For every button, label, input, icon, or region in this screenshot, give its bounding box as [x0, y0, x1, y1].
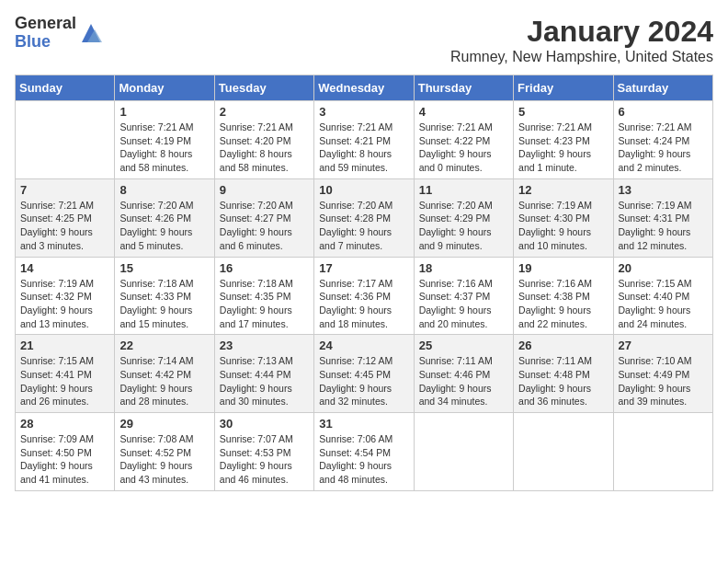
day-info: Sunrise: 7:15 AM Sunset: 4:40 PM Dayligh… — [619, 277, 708, 331]
day-number: 20 — [619, 261, 708, 275]
weekday-header-sunday: Sunday — [16, 75, 115, 101]
week-row-5: 28Sunrise: 7:09 AM Sunset: 4:50 PM Dayli… — [16, 413, 713, 491]
calendar-cell: 28Sunrise: 7:09 AM Sunset: 4:50 PM Dayli… — [16, 413, 115, 491]
calendar-cell: 18Sunrise: 7:16 AM Sunset: 4:37 PM Dayli… — [414, 257, 513, 335]
calendar-cell: 29Sunrise: 7:08 AM Sunset: 4:52 PM Dayli… — [115, 413, 214, 491]
day-info: Sunrise: 7:12 AM Sunset: 4:45 PM Dayligh… — [319, 354, 408, 408]
calendar-cell: 26Sunrise: 7:11 AM Sunset: 4:48 PM Dayli… — [514, 335, 613, 413]
day-info: Sunrise: 7:17 AM Sunset: 4:36 PM Dayligh… — [319, 277, 408, 331]
calendar-cell: 7Sunrise: 7:21 AM Sunset: 4:25 PM Daylig… — [16, 178, 115, 257]
day-info: Sunrise: 7:15 AM Sunset: 4:41 PM Dayligh… — [20, 354, 109, 408]
weekday-header-row: SundayMondayTuesdayWednesdayThursdayFrid… — [16, 75, 713, 101]
day-number: 16 — [220, 261, 309, 275]
day-number: 15 — [119, 261, 209, 275]
day-number: 8 — [119, 183, 209, 197]
calendar-cell: 2Sunrise: 7:21 AM Sunset: 4:20 PM Daylig… — [214, 101, 313, 179]
calendar-cell: 25Sunrise: 7:11 AM Sunset: 4:46 PM Dayli… — [414, 335, 513, 413]
day-number: 14 — [20, 261, 109, 275]
day-number: 29 — [119, 417, 209, 431]
day-info: Sunrise: 7:07 AM Sunset: 4:53 PM Dayligh… — [220, 432, 309, 487]
weekday-header-monday: Monday — [115, 75, 214, 101]
week-row-1: 1Sunrise: 7:21 AM Sunset: 4:19 PM Daylig… — [16, 101, 713, 179]
week-row-2: 7Sunrise: 7:21 AM Sunset: 4:25 PM Daylig… — [16, 178, 713, 257]
day-info: Sunrise: 7:20 AM Sunset: 4:28 PM Dayligh… — [319, 199, 408, 253]
calendar-cell: 19Sunrise: 7:16 AM Sunset: 4:38 PM Dayli… — [514, 257, 613, 335]
day-info: Sunrise: 7:19 AM Sunset: 4:31 PM Dayligh… — [619, 199, 708, 253]
day-number: 31 — [319, 417, 408, 431]
calendar-cell: 5Sunrise: 7:21 AM Sunset: 4:23 PM Daylig… — [514, 101, 613, 179]
day-info: Sunrise: 7:08 AM Sunset: 4:52 PM Dayligh… — [119, 432, 209, 487]
day-number: 17 — [319, 261, 408, 275]
day-info: Sunrise: 7:14 AM Sunset: 4:42 PM Dayligh… — [119, 354, 209, 408]
day-number: 10 — [319, 183, 408, 197]
page-header: General Blue January 2024 Rumney, New Ha… — [15, 15, 713, 65]
calendar-cell — [414, 413, 513, 491]
calendar-cell: 31Sunrise: 7:06 AM Sunset: 4:54 PM Dayli… — [314, 413, 414, 491]
calendar-cell: 16Sunrise: 7:18 AM Sunset: 4:35 PM Dayli… — [214, 257, 313, 335]
calendar-table: SundayMondayTuesdayWednesdayThursdayFrid… — [15, 75, 713, 491]
logo-general-text: General — [15, 15, 76, 33]
calendar-cell: 17Sunrise: 7:17 AM Sunset: 4:36 PM Dayli… — [314, 257, 414, 335]
day-info: Sunrise: 7:16 AM Sunset: 4:38 PM Dayligh… — [518, 277, 608, 331]
day-info: Sunrise: 7:13 AM Sunset: 4:44 PM Dayligh… — [220, 354, 309, 408]
day-number: 11 — [419, 183, 508, 197]
day-info: Sunrise: 7:18 AM Sunset: 4:33 PM Dayligh… — [119, 277, 209, 331]
logo: General Blue — [15, 15, 104, 52]
day-info: Sunrise: 7:21 AM Sunset: 4:25 PM Dayligh… — [20, 199, 109, 253]
month-title: January 2024 — [450, 15, 713, 49]
calendar-cell: 6Sunrise: 7:21 AM Sunset: 4:24 PM Daylig… — [613, 101, 712, 179]
calendar-cell: 13Sunrise: 7:19 AM Sunset: 4:31 PM Dayli… — [613, 178, 712, 257]
day-info: Sunrise: 7:21 AM Sunset: 4:21 PM Dayligh… — [319, 121, 408, 175]
day-number: 23 — [220, 339, 309, 352]
weekday-header-friday: Friday — [514, 75, 613, 101]
calendar-cell: 27Sunrise: 7:10 AM Sunset: 4:49 PM Dayli… — [613, 335, 712, 413]
calendar-cell: 14Sunrise: 7:19 AM Sunset: 4:32 PM Dayli… — [16, 257, 115, 335]
day-info: Sunrise: 7:21 AM Sunset: 4:23 PM Dayligh… — [518, 121, 608, 175]
day-number: 4 — [419, 105, 508, 119]
calendar-cell: 3Sunrise: 7:21 AM Sunset: 4:21 PM Daylig… — [314, 101, 414, 179]
calendar-cell: 24Sunrise: 7:12 AM Sunset: 4:45 PM Dayli… — [314, 335, 414, 413]
calendar-cell: 12Sunrise: 7:19 AM Sunset: 4:30 PM Dayli… — [514, 178, 613, 257]
logo-blue-text: Blue — [15, 33, 76, 52]
day-number: 22 — [119, 339, 209, 352]
calendar-cell: 20Sunrise: 7:15 AM Sunset: 4:40 PM Dayli… — [613, 257, 712, 335]
day-number: 30 — [220, 417, 309, 431]
title-block: January 2024 Rumney, New Hampshire, Unit… — [450, 15, 713, 65]
day-number: 27 — [619, 339, 708, 352]
day-info: Sunrise: 7:19 AM Sunset: 4:30 PM Dayligh… — [518, 199, 608, 253]
day-info: Sunrise: 7:18 AM Sunset: 4:35 PM Dayligh… — [220, 277, 309, 331]
day-info: Sunrise: 7:10 AM Sunset: 4:49 PM Dayligh… — [619, 354, 708, 408]
day-number: 28 — [20, 417, 109, 431]
day-info: Sunrise: 7:16 AM Sunset: 4:37 PM Dayligh… — [419, 277, 508, 331]
day-info: Sunrise: 7:19 AM Sunset: 4:32 PM Dayligh… — [20, 277, 109, 331]
weekday-header-thursday: Thursday — [414, 75, 513, 101]
day-number: 18 — [419, 261, 508, 275]
calendar-cell: 10Sunrise: 7:20 AM Sunset: 4:28 PM Dayli… — [314, 178, 414, 257]
day-info: Sunrise: 7:21 AM Sunset: 4:20 PM Dayligh… — [220, 121, 309, 175]
calendar-cell: 15Sunrise: 7:18 AM Sunset: 4:33 PM Dayli… — [115, 257, 214, 335]
weekday-header-wednesday: Wednesday — [314, 75, 414, 101]
calendar-cell: 4Sunrise: 7:21 AM Sunset: 4:22 PM Daylig… — [414, 101, 513, 179]
day-info: Sunrise: 7:11 AM Sunset: 4:46 PM Dayligh… — [419, 354, 508, 408]
weekday-header-tuesday: Tuesday — [214, 75, 313, 101]
weekday-header-saturday: Saturday — [613, 75, 712, 101]
day-number: 2 — [220, 105, 309, 119]
calendar-cell — [16, 101, 115, 179]
week-row-4: 21Sunrise: 7:15 AM Sunset: 4:41 PM Dayli… — [16, 335, 713, 413]
day-number: 3 — [319, 105, 408, 119]
location-title: Rumney, New Hampshire, United States — [450, 49, 713, 65]
calendar-cell: 23Sunrise: 7:13 AM Sunset: 4:44 PM Dayli… — [214, 335, 313, 413]
day-number: 21 — [20, 339, 109, 352]
day-info: Sunrise: 7:06 AM Sunset: 4:54 PM Dayligh… — [319, 432, 408, 487]
day-number: 12 — [518, 183, 608, 197]
day-info: Sunrise: 7:20 AM Sunset: 4:27 PM Dayligh… — [220, 199, 309, 253]
calendar-cell: 30Sunrise: 7:07 AM Sunset: 4:53 PM Dayli… — [214, 413, 313, 491]
day-number: 9 — [220, 183, 309, 197]
day-number: 7 — [20, 183, 109, 197]
day-number: 6 — [619, 105, 708, 119]
calendar-cell — [613, 413, 712, 491]
day-number: 5 — [518, 105, 608, 119]
calendar-cell: 22Sunrise: 7:14 AM Sunset: 4:42 PM Dayli… — [115, 335, 214, 413]
day-info: Sunrise: 7:20 AM Sunset: 4:26 PM Dayligh… — [119, 199, 209, 253]
day-number: 25 — [419, 339, 508, 352]
